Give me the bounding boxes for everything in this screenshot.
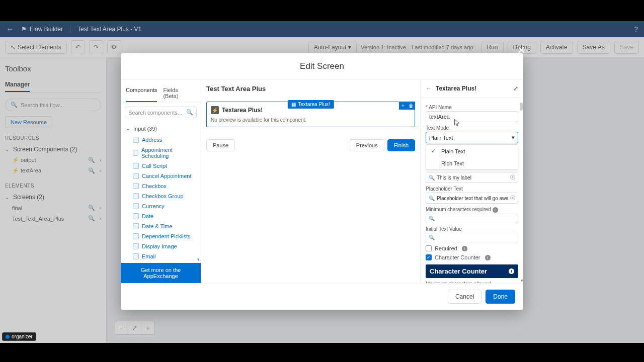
modal-overlay: × Edit Screen Components Fields (Beta) S… xyxy=(0,21,644,343)
component-item[interactable]: Call Script xyxy=(121,161,201,171)
counter-checkbox[interactable]: ✓ xyxy=(426,254,432,260)
chevron-down-icon: ⌄ xyxy=(126,125,130,132)
cancel-button[interactable]: Cancel xyxy=(448,290,481,304)
search-icon: 🔍 xyxy=(429,196,435,201)
components-search[interactable]: Search components... 🔍 xyxy=(125,107,197,118)
api-name-label: API Name xyxy=(426,105,518,110)
component-type-icon xyxy=(133,243,139,249)
props-title: Textarea Plus! xyxy=(436,85,509,92)
required-checkbox[interactable] xyxy=(426,245,432,251)
scroll-down-icon[interactable]: ▾ xyxy=(197,257,200,262)
back-icon[interactable]: ← xyxy=(426,85,432,92)
initial-value-input[interactable]: 🔍 xyxy=(426,233,518,242)
pause-button[interactable]: Pause xyxy=(206,139,235,151)
label-input[interactable]: 🔍 This is my label ⓧ xyxy=(426,172,518,183)
component-label: Textarea Plus! xyxy=(222,107,263,114)
search-icon: 🔍 xyxy=(429,216,435,221)
delete-icon[interactable]: 🗑 xyxy=(407,102,415,110)
organizer-badge[interactable]: organizer xyxy=(2,332,36,341)
scroll-down-icon[interactable]: ▾ xyxy=(521,278,523,283)
component-item[interactable]: Checkbox Group xyxy=(121,191,201,201)
option-rich-text[interactable]: Rich Text xyxy=(426,157,518,169)
option-plain-text[interactable]: ✓ Plain Text xyxy=(426,145,518,157)
search-icon: 🔍 xyxy=(429,175,435,180)
preview-panel: Test Text Area Plus ▦ Textarea Plus! + 🗑… xyxy=(201,80,420,283)
clear-icon[interactable]: ⓧ xyxy=(510,174,515,181)
component-item[interactable]: Display Image xyxy=(121,241,201,251)
component-item[interactable]: Date & Time xyxy=(121,221,201,231)
max-chars-label: Maximum characters allowed xyxy=(426,281,518,283)
component-type-icon xyxy=(133,233,139,239)
component-item[interactable]: Dependent Picklists xyxy=(121,231,201,241)
finish-button[interactable]: Finish xyxy=(387,139,415,151)
done-button[interactable]: Done xyxy=(486,290,515,304)
counter-checkbox-row[interactable]: ✓ Character Counter i xyxy=(426,254,518,260)
info-icon[interactable]: i xyxy=(509,268,514,274)
component-item[interactable]: Cancel Appointment xyxy=(121,171,201,181)
clear-icon[interactable]: ⓧ xyxy=(510,195,515,202)
api-name-input[interactable]: textArea xyxy=(426,111,518,122)
expand-icon[interactable]: ⤢ xyxy=(513,85,518,92)
placeholder-label: Placeholder Text xyxy=(426,186,518,192)
search-icon: 🔍 xyxy=(429,235,435,240)
component-item[interactable]: Checkbox xyxy=(121,181,201,191)
no-preview-text: No preview is available for this compone… xyxy=(211,117,411,123)
add-icon[interactable]: + xyxy=(399,102,407,110)
info-icon[interactable]: i xyxy=(462,246,467,251)
component-badge-icon: ⚡ xyxy=(211,106,219,114)
placeholder-input[interactable]: 🔍 Placeholder text that will go away on … xyxy=(426,193,518,204)
component-item[interactable]: File Upload xyxy=(121,261,201,263)
component-item[interactable]: Date xyxy=(121,211,201,221)
component-type-icon xyxy=(133,183,139,189)
component-item[interactable]: Email xyxy=(121,251,201,261)
selected-component[interactable]: + 🗑 ⚡ Textarea Plus! No preview is avail… xyxy=(206,102,415,127)
tab-fields[interactable]: Fields (Beta) xyxy=(163,84,190,102)
components-panel: Components Fields (Beta) Search componen… xyxy=(121,80,201,283)
component-type-icon xyxy=(133,173,139,179)
info-icon[interactable]: i xyxy=(493,207,498,213)
scrollbar-thumb[interactable] xyxy=(520,103,523,111)
component-type-icon xyxy=(133,223,139,229)
component-item[interactable]: Currency xyxy=(121,201,201,211)
component-item[interactable]: Appointment Scheduling xyxy=(121,145,201,161)
text-mode-dropdown: ✓ Plain Text Rich Text xyxy=(426,144,518,170)
initial-value-label: Initial Text Value xyxy=(426,226,518,232)
chevron-down-icon: ▾ xyxy=(512,134,515,141)
input-group-header[interactable]: ⌄ Input (39) xyxy=(121,122,201,135)
properties-panel: ← Textarea Plus! ⤢ API Name textArea Tex… xyxy=(420,80,523,283)
appexchange-button[interactable]: Get more on the AppExchange xyxy=(121,263,201,283)
text-mode-select[interactable]: Plain Text ▾ xyxy=(426,132,518,143)
counter-section-header[interactable]: Character Counter i xyxy=(426,264,518,278)
component-type-icon xyxy=(133,193,139,199)
modal-title: Edit Screen xyxy=(121,53,523,80)
previous-button[interactable]: Previous xyxy=(350,139,384,151)
component-type-icon xyxy=(133,253,139,259)
edit-screen-modal: × Edit Screen Components Fields (Beta) S… xyxy=(121,53,523,310)
organizer-dot-icon xyxy=(6,335,10,339)
component-list[interactable]: AddressAppointment SchedulingCall Script… xyxy=(121,135,201,263)
component-type-icon xyxy=(133,150,138,156)
min-chars-input[interactable]: 🔍 xyxy=(426,214,518,223)
required-checkbox-row[interactable]: Required i xyxy=(426,245,518,251)
component-item[interactable]: Address xyxy=(121,135,201,145)
check-icon: ✓ xyxy=(431,148,437,154)
screen-title: Test Text Area Plus xyxy=(206,85,415,93)
close-icon[interactable]: × xyxy=(518,42,525,58)
component-type-icon xyxy=(133,213,139,219)
text-mode-label: Text Mode xyxy=(426,125,518,131)
search-icon: 🔍 xyxy=(186,109,193,116)
info-icon[interactable]: i xyxy=(485,255,491,260)
min-chars-label: Minimum characters requiredi xyxy=(426,207,518,213)
component-type-icon xyxy=(133,163,139,169)
component-type-icon xyxy=(133,203,139,209)
component-type-icon xyxy=(133,137,139,143)
tab-components[interactable]: Components xyxy=(126,84,157,102)
